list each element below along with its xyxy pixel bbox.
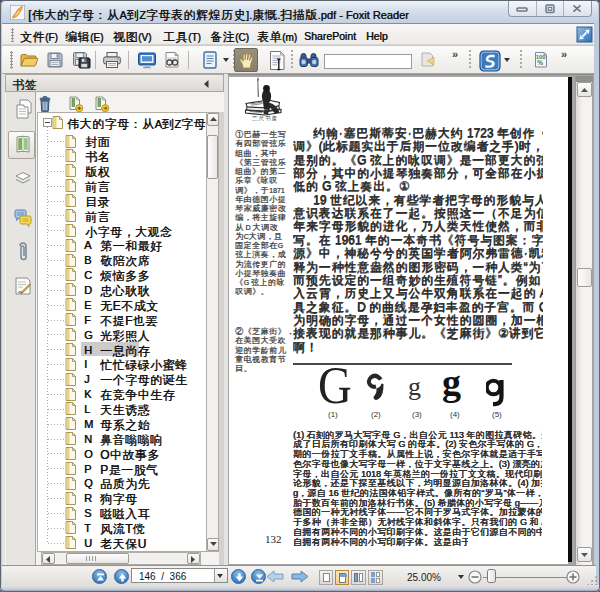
svg-text:%: % (537, 59, 543, 66)
svg-text:三尺书斎: 三尺书斎 (252, 115, 278, 121)
